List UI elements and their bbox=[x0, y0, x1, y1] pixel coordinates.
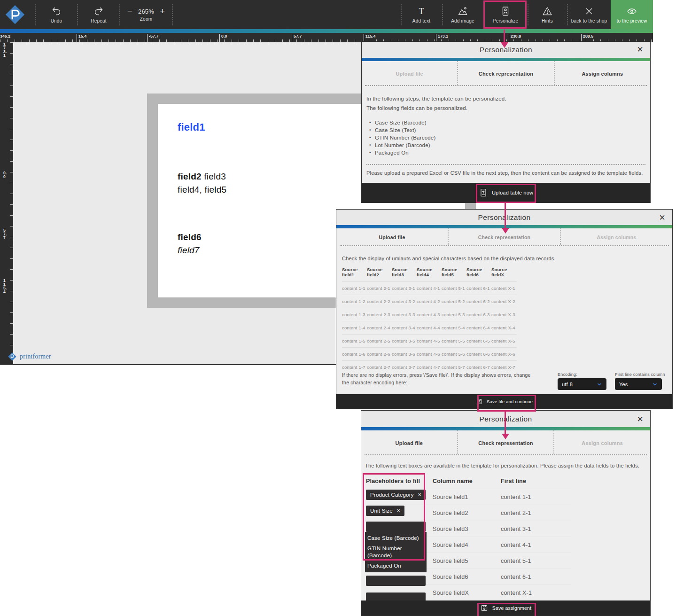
placeholder-chip[interactable]: Product Category × bbox=[366, 490, 426, 500]
hints-button[interactable]: Hints bbox=[528, 0, 566, 29]
table-cell: content 2-3 bbox=[367, 308, 392, 321]
tab-check-representation[interactable]: Check representation bbox=[448, 228, 560, 245]
zoom-in-button[interactable]: + bbox=[160, 8, 165, 15]
table-row: content 1-7 content 2-7 content 3-7 cont… bbox=[342, 360, 517, 373]
table-cell: content 6-3 bbox=[466, 308, 491, 321]
personalization-dialog-upload: Personalization ✕ Upload file Check repr… bbox=[361, 41, 651, 203]
add-text-button[interactable]: T Add text bbox=[402, 0, 441, 29]
canvas-bottom-edge bbox=[0, 364, 361, 365]
undo-button[interactable]: Undo bbox=[39, 0, 74, 29]
ruler-ticks bbox=[10, 42, 13, 365]
dialog-footer: Save assignment bbox=[361, 600, 650, 616]
chevron-down-icon bbox=[597, 382, 602, 387]
table-row: content 1-6 content 2-6 content 3-6 cont… bbox=[342, 347, 517, 360]
dropdown-option[interactable]: GTIN Number (Barcode) bbox=[365, 543, 427, 561]
tab-assign-columns[interactable]: Assign columns bbox=[560, 228, 672, 245]
table-cell: content 5-2 bbox=[442, 295, 466, 308]
template-field3[interactable]: field3 bbox=[202, 172, 226, 181]
placeholder-chip[interactable]: Unit Size × bbox=[366, 506, 404, 516]
ruler-label: 115.4 bbox=[3, 279, 8, 294]
first-line-cell: content 6-1 bbox=[501, 574, 571, 580]
table-header-cell: Source field4 bbox=[417, 265, 442, 281]
toolbar-separator bbox=[172, 4, 173, 25]
first-line-select[interactable]: Yes bbox=[615, 378, 662, 390]
back-to-shop-button[interactable]: back to the shop bbox=[568, 0, 610, 29]
tab-upload-file[interactable]: Upload file bbox=[361, 430, 457, 454]
save-floppy-icon bbox=[480, 604, 489, 612]
dialog-title: Personalization bbox=[478, 213, 531, 221]
add-image-button[interactable]: Add image bbox=[443, 0, 482, 29]
tab-upload-file[interactable]: Upload file bbox=[362, 61, 457, 85]
table-cell: content 6-5 bbox=[466, 335, 491, 347]
upload-document-icon bbox=[479, 188, 488, 197]
save-assignment-button[interactable]: Save assignment bbox=[480, 604, 532, 612]
table-cell: content 1-1 bbox=[342, 282, 367, 295]
template-field4-5[interactable]: field4, field5 bbox=[178, 185, 226, 195]
printformer-brand: printformer bbox=[8, 352, 51, 361]
placeholder-input[interactable] bbox=[366, 522, 426, 532]
template-field1[interactable]: field1 bbox=[178, 121, 205, 133]
remove-chip-icon[interactable]: × bbox=[397, 507, 400, 514]
ruler-label: 0.0 bbox=[3, 171, 8, 179]
table-header-cell: Source field6 bbox=[466, 265, 491, 281]
image-icon bbox=[457, 6, 468, 17]
table-cell: content 2-2 bbox=[367, 295, 392, 308]
dropdown-option[interactable]: Case Size (Barcode) bbox=[365, 533, 427, 543]
close-icon[interactable]: ✕ bbox=[637, 42, 644, 58]
dropdown-option[interactable]: Packaged On bbox=[365, 561, 427, 571]
table-cell: content 2-5 bbox=[367, 335, 392, 347]
close-icon[interactable]: ✕ bbox=[659, 210, 666, 225]
table-cell: content 1-5 bbox=[342, 335, 367, 347]
printformer-logo-icon[interactable] bbox=[4, 4, 26, 25]
personalize-button[interactable]: Personalize bbox=[484, 0, 527, 29]
table-cell: content 3-1 bbox=[392, 282, 417, 295]
table-header-cell: Source field1 bbox=[342, 265, 367, 281]
dialog-titlebar: Personalization ✕ bbox=[336, 210, 672, 225]
assignment-table-header: Placeholders to fill Column name First l… bbox=[366, 478, 571, 489]
table-cell: content 5-4 bbox=[442, 321, 466, 334]
redo-icon bbox=[93, 6, 104, 17]
upload-table-now-button[interactable]: Upload table now bbox=[479, 188, 533, 197]
placeholder-input[interactable] bbox=[366, 576, 426, 586]
dialog-gradient-bar bbox=[336, 225, 672, 228]
tab-check-representation[interactable]: Check representation bbox=[457, 61, 553, 85]
close-icon[interactable]: ✕ bbox=[637, 411, 644, 427]
dialog-steps: Upload file Check representation Assign … bbox=[361, 430, 650, 454]
tab-assign-columns[interactable]: Assign columns bbox=[554, 61, 650, 85]
tab-check-representation[interactable]: Check representation bbox=[457, 430, 554, 454]
save-assignment-label: Save assignment bbox=[492, 605, 532, 611]
dotted-divider bbox=[365, 454, 647, 455]
table-row: content 1-5 content 2-5 content 3-5 cont… bbox=[342, 334, 517, 347]
dialog-gradient-bar bbox=[362, 58, 650, 61]
ruler-label: 346.2 bbox=[0, 34, 10, 39]
placeholder-chips: Product Category × Unit Size × bbox=[366, 490, 426, 522]
template-field6[interactable]: field6 bbox=[178, 232, 202, 242]
repeat-button[interactable]: Repeat bbox=[81, 0, 116, 29]
to-preview-button[interactable]: to the preview bbox=[611, 0, 653, 29]
template-field7[interactable]: field7 bbox=[178, 245, 200, 256]
table-row: content 1-1 content 2-1 content 3-1 cont… bbox=[342, 281, 517, 295]
tab-upload-file[interactable]: Upload file bbox=[336, 228, 448, 245]
zoom-out-button[interactable]: − bbox=[127, 8, 132, 15]
first-line-cell: content 2-1 bbox=[501, 510, 571, 516]
table-cell: content 4-3 bbox=[417, 308, 442, 321]
encoding-select[interactable]: utf-8 bbox=[558, 378, 606, 390]
to-preview-label: to the preview bbox=[616, 18, 647, 23]
ruler-label: 173.1 bbox=[438, 34, 448, 39]
table-header-cell: Source field2 bbox=[367, 265, 392, 281]
first-line-cell: content X-1 bbox=[501, 590, 571, 596]
remove-chip-icon[interactable]: × bbox=[418, 491, 421, 498]
column-name-cell: Source field3 bbox=[433, 526, 501, 532]
save-file-continue-button[interactable]: Save file and continue bbox=[476, 398, 533, 405]
tab-assign-columns[interactable]: Assign columns bbox=[553, 430, 650, 454]
encoding-label: Encoding: bbox=[558, 372, 577, 377]
zoom-value: 265% bbox=[138, 8, 154, 15]
first-line-cell: content 1-1 bbox=[501, 494, 571, 500]
dotted-divider bbox=[340, 245, 669, 246]
table-cell: content 4-6 bbox=[417, 348, 442, 360]
template-field2-3[interactable]: field2 field3 bbox=[178, 172, 226, 182]
template-field2[interactable]: field2 bbox=[178, 172, 202, 181]
table-cell: content 6-4 bbox=[466, 321, 491, 334]
zoom-control: − 265% + Zoom bbox=[121, 0, 171, 29]
ruler-vertical: 0.057.7115.4173.1 bbox=[0, 42, 13, 365]
